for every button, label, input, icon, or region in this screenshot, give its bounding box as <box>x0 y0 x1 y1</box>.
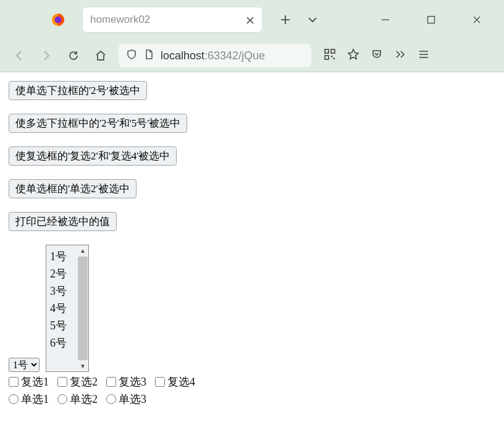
scroll-thumb[interactable] <box>78 256 88 360</box>
print-selected-button[interactable]: 打印已经被选中的值 <box>9 212 117 231</box>
qr-icon[interactable] <box>324 48 336 63</box>
checkbox-item[interactable]: 复选2 <box>57 374 98 389</box>
checkbox-label: 复选1 <box>21 374 49 389</box>
checkbox-label: 复选2 <box>70 374 98 389</box>
new-tab-button[interactable] <box>272 6 299 33</box>
hamburger-menu-icon[interactable] <box>418 48 430 63</box>
checkbox-input[interactable] <box>106 377 116 387</box>
scroll-down-icon[interactable]: ▼ <box>80 361 86 371</box>
window-maximize-button[interactable] <box>413 6 450 33</box>
svg-rect-7 <box>334 58 335 60</box>
checkbox-input[interactable] <box>9 377 19 387</box>
radio-label: 单选3 <box>119 392 146 407</box>
checkbox-item[interactable]: 复选4 <box>155 374 195 389</box>
checkbox-label: 复选3 <box>119 374 146 389</box>
svg-rect-6 <box>331 56 333 57</box>
check-2-4-button[interactable]: 使复选框的'复选2'和'复选4'被选中 <box>9 146 177 166</box>
checkbox-item[interactable]: 复选1 <box>9 374 49 389</box>
multi-option[interactable]: 1号 <box>50 248 74 265</box>
radio-item[interactable]: 单选2 <box>57 392 98 407</box>
tab-title: homework02 <box>90 14 240 26</box>
multi-select[interactable]: 1号 2号 3号 4号 5号 6号 ▲ ▼ <box>46 245 89 372</box>
page-content: 使单选下拉框的'2号'被选中 使多选下拉框中的'2号'和'5号'被选中 使复选框… <box>0 72 504 415</box>
checkbox-row: 复选1 复选2 复选3 复选4 <box>9 374 495 389</box>
multi-option[interactable]: 5号 <box>50 317 74 334</box>
back-button[interactable] <box>10 46 28 65</box>
multi-option[interactable]: 6号 <box>50 334 74 352</box>
tab-bar: homework02 <box>0 0 504 40</box>
url-text: localhost:63342/jQue <box>161 49 265 62</box>
svg-rect-3 <box>325 49 329 53</box>
close-icon[interactable] <box>246 15 254 24</box>
multi-option[interactable]: 2号 <box>50 265 74 282</box>
radio-row: 单选1 单选2 单选3 <box>9 392 495 407</box>
svg-rect-4 <box>331 49 335 53</box>
navigation-toolbar: localhost:63342/jQue <box>0 40 504 72</box>
home-button[interactable] <box>91 46 110 65</box>
toolbar-right <box>324 48 430 63</box>
svg-rect-5 <box>325 56 329 59</box>
svg-rect-2 <box>428 17 435 23</box>
tab-bar-actions <box>272 6 326 33</box>
browser-tab[interactable]: homework02 <box>83 7 262 32</box>
shield-icon <box>126 49 137 62</box>
radio-input[interactable] <box>106 394 116 404</box>
tabs-dropdown-button[interactable] <box>299 6 326 33</box>
forward-button[interactable] <box>37 46 56 65</box>
checkbox-item[interactable]: 复选3 <box>106 374 146 389</box>
firefox-logo-icon <box>51 12 65 27</box>
reload-button[interactable] <box>64 46 83 65</box>
multi-option[interactable]: 3号 <box>50 282 74 300</box>
multi-option[interactable]: 4号 <box>50 300 74 317</box>
svg-point-1 <box>55 17 62 23</box>
window-minimize-button[interactable] <box>367 6 404 33</box>
overflow-chevrons-icon[interactable] <box>394 48 406 63</box>
radio-label: 单选2 <box>70 392 98 407</box>
address-bar[interactable]: localhost:63342/jQue <box>119 44 311 67</box>
checkbox-input[interactable] <box>57 377 67 387</box>
select-single-2-button[interactable]: 使单选下拉框的'2号'被选中 <box>9 81 147 100</box>
select-multi-2-5-button[interactable]: 使多选下拉框中的'2号'和'5号'被选中 <box>9 114 187 133</box>
browser-chrome: homework02 localhost:63342/jQue <box>0 0 504 72</box>
checkbox-label: 复选4 <box>167 374 195 389</box>
radio-2-button[interactable]: 使单选框的'单选2'被选中 <box>9 179 136 198</box>
multi-select-list[interactable]: 1号 2号 3号 4号 5号 6号 <box>46 245 77 371</box>
multi-select-scrollbar[interactable]: ▲ ▼ <box>77 245 88 371</box>
radio-input[interactable] <box>9 394 19 404</box>
radio-label: 单选1 <box>21 392 49 407</box>
select-controls-row: 1号 1号 2号 3号 4号 5号 6号 ▲ ▼ <box>9 245 495 372</box>
window-close-button[interactable] <box>458 6 495 33</box>
radio-item[interactable]: 单选3 <box>106 392 146 407</box>
radio-input[interactable] <box>57 394 67 404</box>
checkbox-input[interactable] <box>155 377 165 387</box>
page-icon <box>143 49 154 62</box>
bookmark-star-icon[interactable] <box>347 48 359 63</box>
single-select[interactable]: 1号 <box>9 358 40 372</box>
radio-item[interactable]: 单选1 <box>9 392 49 407</box>
scroll-up-icon[interactable]: ▲ <box>80 245 86 256</box>
save-pocket-icon[interactable] <box>371 48 383 63</box>
